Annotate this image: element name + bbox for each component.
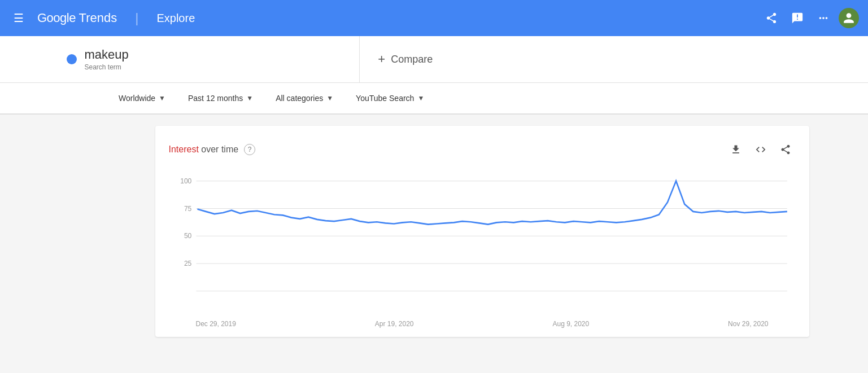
chart-title: Interest over time	[169, 144, 239, 155]
app-header: ☰ Google Trends | Explore	[0, 0, 868, 36]
google-wordmark: Google	[37, 11, 79, 25]
chart-container: 100 75 50 25	[169, 169, 796, 315]
share-button[interactable]	[761, 7, 782, 29]
x-label-3: Aug 9, 2020	[552, 320, 589, 328]
compare-plus-icon: +	[378, 52, 385, 67]
search-bar-area: makeup Search term + Compare	[0, 36, 868, 83]
svg-text:100: 100	[180, 177, 191, 185]
search-type-filter[interactable]: YouTube Search ▼	[344, 85, 435, 112]
help-icon[interactable]: ?	[244, 144, 255, 155]
svg-text:50: 50	[184, 232, 191, 240]
search-term-text: makeup Search term	[85, 47, 129, 71]
chart-actions	[726, 139, 796, 160]
category-filter-label: All categories	[276, 94, 323, 103]
time-range-filter-label: Past 12 months	[188, 94, 243, 103]
location-filter[interactable]: Worldwide ▼	[107, 85, 177, 112]
chart-title-area: Interest over time ?	[169, 144, 256, 155]
category-dropdown-arrow: ▼	[326, 94, 333, 102]
download-chart-button[interactable]	[726, 139, 746, 160]
location-filter-label: Worldwide	[119, 94, 155, 103]
x-label-end: Nov 29, 2020	[728, 320, 768, 328]
search-type-filter-label: YouTube Search	[356, 94, 414, 103]
search-term-word: makeup	[85, 47, 129, 62]
header-divider: |	[135, 10, 138, 26]
compare-box[interactable]: + Compare	[360, 37, 815, 82]
search-type-dropdown-arrow: ▼	[417, 94, 424, 102]
logo: Google Trends	[37, 11, 117, 25]
apps-button[interactable]	[813, 7, 834, 29]
main-content: Interest over time ?	[50, 126, 818, 337]
embed-chart-button[interactable]	[751, 139, 771, 160]
explore-label: Explore	[156, 12, 195, 25]
user-avatar[interactable]	[839, 8, 859, 28]
chart-title-interest: Interest	[169, 144, 199, 154]
time-range-dropdown-arrow: ▼	[246, 94, 253, 102]
interest-over-time-card: Interest over time ?	[155, 126, 809, 337]
chart-svg: 100 75 50 25	[169, 169, 796, 315]
search-term-label: Search term	[85, 63, 129, 71]
svg-text:25: 25	[184, 260, 191, 267]
compare-label: Compare	[391, 54, 433, 65]
share-chart-button[interactable]	[775, 139, 796, 160]
menu-button[interactable]: ☰	[9, 7, 28, 29]
search-term-dot	[67, 54, 77, 64]
chart-title-rest: over time	[199, 144, 238, 154]
time-range-filter[interactable]: Past 12 months ▼	[177, 85, 264, 112]
filter-row: Worldwide ▼ Past 12 months ▼ All categor…	[0, 83, 868, 115]
x-label-start: Dec 29, 2019	[196, 320, 236, 328]
feedback-button[interactable]	[787, 7, 808, 29]
svg-text:75: 75	[184, 204, 191, 212]
category-filter[interactable]: All categories ▼	[264, 85, 344, 112]
search-term-box[interactable]: makeup Search term	[53, 36, 360, 82]
chart-header: Interest over time ?	[169, 139, 796, 160]
chart-x-labels: Dec 29, 2019 Apr 19, 2020 Aug 9, 2020 No…	[169, 315, 796, 328]
x-label-2: Apr 19, 2020	[375, 320, 414, 328]
location-dropdown-arrow: ▼	[159, 94, 165, 102]
trends-wordmark: Trends	[79, 11, 117, 25]
